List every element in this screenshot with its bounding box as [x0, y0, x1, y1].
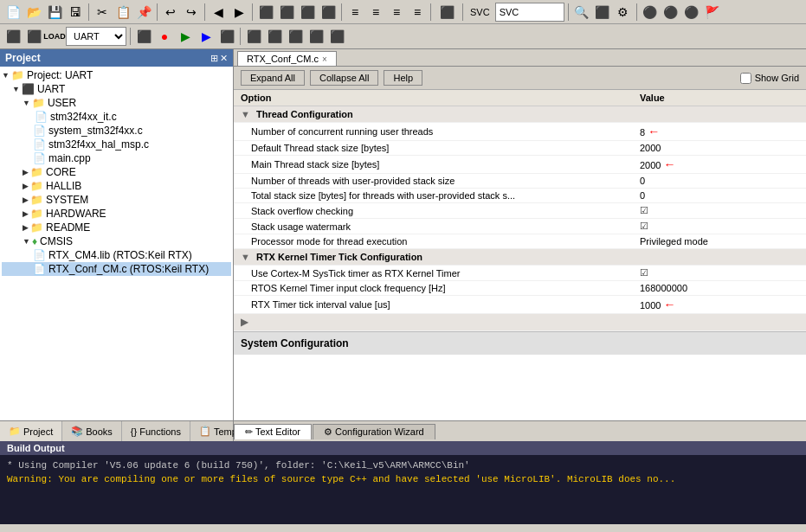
- expand-icon-core: ▶: [23, 168, 29, 176]
- tab-project[interactable]: 📁 Project: [0, 421, 62, 441]
- format3[interactable]: ≡: [387, 3, 406, 22]
- nav2[interactable]: ⬛: [277, 3, 296, 22]
- tree-item-maincpp[interactable]: 📄 main.cpp: [2, 151, 231, 165]
- panel-close-btn[interactable]: ✕: [220, 53, 228, 64]
- search-icon[interactable]: 🔍: [572, 3, 591, 22]
- tree-item-cmsis[interactable]: ▼ ♦ CMSIS: [2, 234, 231, 248]
- functions-tab-icon: {}: [131, 426, 137, 437]
- row-clock-freq[interactable]: RTOS Kernel Timer input clock frequency …: [234, 281, 806, 296]
- back-btn[interactable]: ◀: [209, 3, 228, 22]
- debug1[interactable]: ⬛: [134, 27, 153, 46]
- new-btn[interactable]: 📄: [3, 3, 23, 22]
- tree-item-file3[interactable]: 📄 stm32f4xx_hal_msp.c: [2, 138, 231, 151]
- undo-btn[interactable]: ↩: [161, 3, 180, 22]
- tree-item-hallib[interactable]: ▶ 📁 HALLIB: [2, 179, 231, 193]
- tree-item-rtxlib[interactable]: 📄 RTX_CM4.lib (RTOS:Keil RTX): [2, 248, 231, 262]
- format2[interactable]: ≡: [366, 3, 385, 22]
- icon-a[interactable]: ⬛: [435, 3, 459, 22]
- panel-icons: ⊞ ✕: [210, 53, 228, 64]
- section-thread-config[interactable]: ▼ Thread Configuration: [234, 106, 806, 123]
- tab-text-editor[interactable]: ✏ Text Editor: [234, 424, 312, 439]
- row-watermark[interactable]: Stack usage watermark ☑: [234, 219, 806, 234]
- forward-btn[interactable]: ▶: [229, 3, 248, 22]
- nav4[interactable]: ⬛: [319, 3, 338, 22]
- main-layout: Project ⊞ ✕ ▼ 📁 Project: UART ▼ ⬛ UART: [0, 49, 806, 441]
- section-system-config[interactable]: ▶: [234, 314, 806, 331]
- save-all-btn[interactable]: 🖫: [66, 3, 85, 22]
- extra3[interactable]: ⬛: [286, 27, 305, 46]
- text-editor-icon: ✏: [245, 426, 253, 438]
- tree-item-system[interactable]: ▶ 📁 SYSTEM: [2, 193, 231, 207]
- help-btn[interactable]: Help: [384, 70, 422, 86]
- paste-btn[interactable]: 📌: [134, 3, 153, 22]
- tree-item-uart[interactable]: ▼ ⬛ UART: [2, 82, 231, 96]
- save-btn[interactable]: 💾: [45, 3, 64, 22]
- rebuild-btn[interactable]: ⬛: [24, 27, 43, 46]
- tree-item-file1[interactable]: 📄 stm32f4xx_it.c: [2, 110, 231, 124]
- tree-item-hardware[interactable]: ▶ 📁 HARDWARE: [2, 207, 231, 221]
- tab-functions[interactable]: {} Functions: [122, 421, 190, 441]
- tree-item-user[interactable]: ▼ 📁 USER: [2, 96, 231, 110]
- flag-icon[interactable]: 🚩: [703, 3, 722, 22]
- tree-item-readme[interactable]: ▶ 📁 README: [2, 221, 231, 234]
- toolbar-row2: ⬛ ⬛ LOAD UART ⬛ ● ▶ ▶ ⬛ ⬛ ⬛ ⬛ ⬛ ⬛: [0, 24, 806, 48]
- close-tab-icon[interactable]: ×: [322, 54, 327, 64]
- folder-icon-readme: 📁: [30, 221, 43, 234]
- copy-btn[interactable]: 📋: [113, 3, 132, 22]
- build-btn[interactable]: ⬛: [3, 27, 23, 46]
- row-processor-mode[interactable]: Processor mode for thread execution Priv…: [234, 234, 806, 249]
- row-user-threads[interactable]: Number of threads with user-provided sta…: [234, 174, 806, 189]
- cut-btn[interactable]: ✂: [93, 3, 112, 22]
- row-main-stack[interactable]: Main Thread stack size [bytes] 2000 ←: [234, 156, 806, 174]
- circle1[interactable]: ⚫: [641, 3, 660, 22]
- val-user-threads: 0: [633, 174, 806, 189]
- file-icon-2: 📄: [33, 125, 46, 137]
- val-watermark: ☑: [633, 219, 806, 234]
- project-icon: 📁: [11, 69, 24, 81]
- debug2[interactable]: ●: [155, 27, 174, 46]
- svc-input[interactable]: [495, 3, 564, 22]
- extra4[interactable]: ⬛: [306, 27, 326, 46]
- tree-item-core[interactable]: ▶ 📁 CORE: [2, 165, 231, 179]
- row-systick[interactable]: Use Cortex-M SysTick timer as RTX Kernel…: [234, 266, 806, 281]
- circle2[interactable]: ⚫: [661, 3, 680, 22]
- tab-rtxconf[interactable]: RTX_Conf_CM.c ×: [237, 51, 337, 66]
- row-tick-interval[interactable]: RTX Timer tick interval value [us] 1000 …: [234, 296, 806, 314]
- extra5[interactable]: ⬛: [327, 27, 346, 46]
- debug5[interactable]: ⬛: [217, 27, 236, 46]
- tree-item-file2[interactable]: 📄 system_stm32f4xx.c: [2, 124, 231, 138]
- collapse-all-btn[interactable]: Collapse All: [310, 70, 378, 86]
- redo-btn[interactable]: ↪: [182, 3, 201, 22]
- format1[interactable]: ≡: [345, 3, 364, 22]
- tab-books[interactable]: 📚 Books: [62, 421, 122, 441]
- expand-all-btn[interactable]: Expand All: [241, 70, 305, 86]
- debug-icon[interactable]: ⬛: [593, 3, 612, 22]
- nav3[interactable]: ⬛: [298, 3, 317, 22]
- row-default-stack[interactable]: Default Thread stack size [bytes] 2000: [234, 141, 806, 156]
- extra2[interactable]: ⬛: [265, 27, 284, 46]
- sep3: [204, 3, 205, 21]
- row-total-stack[interactable]: Total stack size [bytes] for threads wit…: [234, 189, 806, 203]
- tab-config-wizard[interactable]: ⚙ Configuration Wizard: [313, 424, 435, 439]
- show-grid-checkbox[interactable]: [740, 73, 751, 84]
- tree-item-rtxconf[interactable]: 📄 RTX_Conf_CM.c (RTOS:Keil RTX): [2, 262, 231, 276]
- extra1[interactable]: ⬛: [244, 27, 263, 46]
- circle3[interactable]: ⚫: [682, 3, 701, 22]
- panel-dock-btn[interactable]: ⊞: [210, 53, 218, 64]
- tree-item-project[interactable]: ▼ 📁 Project: UART: [2, 68, 231, 82]
- row-concurrent-threads[interactable]: Number of concurrent running user thread…: [234, 123, 806, 141]
- settings-icon[interactable]: ⚙: [614, 3, 633, 22]
- uart-label: UART: [37, 83, 65, 95]
- debug3[interactable]: ▶: [176, 27, 195, 46]
- load-btn[interactable]: LOAD: [45, 27, 64, 46]
- val-concurrent: 8 ←: [633, 123, 806, 141]
- format4[interactable]: ≡: [408, 3, 427, 22]
- file1-label: stm32f4xx_it.c: [50, 111, 117, 123]
- nav1[interactable]: ⬛: [256, 3, 275, 22]
- open-btn[interactable]: 📂: [24, 3, 43, 22]
- row-overflow[interactable]: Stack overflow checking ☑: [234, 203, 806, 219]
- section-rtx-timer[interactable]: ▼ RTX Kernel Timer Tick Configuration: [234, 249, 806, 266]
- debug4[interactable]: ▶: [197, 27, 216, 46]
- functions-tab-label: Functions: [139, 426, 181, 437]
- target-dropdown[interactable]: UART: [66, 27, 126, 46]
